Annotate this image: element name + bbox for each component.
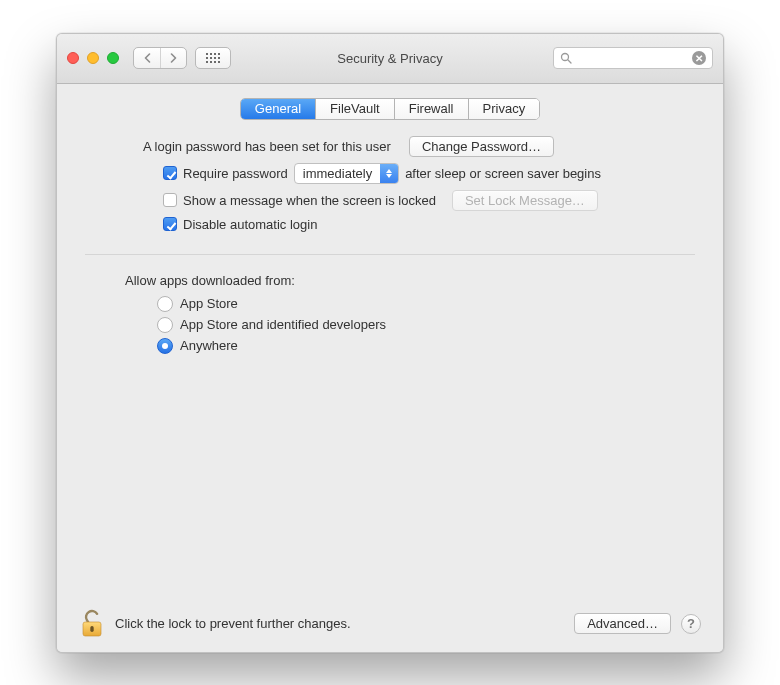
chevron-left-icon bbox=[143, 53, 152, 63]
svg-rect-3 bbox=[218, 53, 220, 55]
popup-arrows-icon bbox=[380, 164, 398, 183]
radio-label: App Store and identified developers bbox=[180, 317, 386, 332]
tab-firewall[interactable]: Firewall bbox=[394, 99, 468, 119]
svg-rect-5 bbox=[210, 57, 212, 59]
help-button[interactable]: ? bbox=[681, 614, 701, 634]
require-password-label-after: after sleep or screen saver begins bbox=[405, 166, 601, 181]
tab-privacy[interactable]: Privacy bbox=[468, 99, 540, 119]
close-window-button[interactable] bbox=[67, 52, 79, 64]
chevron-right-icon bbox=[169, 53, 178, 63]
show-message-checkbox[interactable] bbox=[163, 193, 177, 207]
svg-point-12 bbox=[562, 54, 569, 61]
allow-apps-option-app-store[interactable]: App Store bbox=[157, 296, 695, 312]
svg-rect-2 bbox=[214, 53, 216, 55]
set-lock-message-button: Set Lock Message… bbox=[452, 190, 598, 211]
allow-apps-option-anywhere[interactable]: Anywhere bbox=[157, 338, 695, 354]
require-password-delay-value: immediately bbox=[295, 164, 380, 183]
change-password-button[interactable]: Change Password… bbox=[409, 136, 554, 157]
footer-actions: Advanced… ? bbox=[574, 613, 701, 634]
tab-filevault[interactable]: FileVault bbox=[315, 99, 394, 119]
search-input[interactable]: ✕ bbox=[553, 47, 713, 69]
nav-back-forward bbox=[133, 47, 187, 69]
allow-apps-title: Allow apps downloaded from: bbox=[125, 273, 695, 288]
nav-forward-button[interactable] bbox=[160, 48, 186, 68]
disable-auto-login-checkbox[interactable] bbox=[163, 217, 177, 231]
svg-line-13 bbox=[568, 60, 571, 63]
require-password-checkbox[interactable] bbox=[163, 166, 177, 180]
require-password-row: Require password immediately after sleep… bbox=[163, 163, 695, 184]
minimize-window-button[interactable] bbox=[87, 52, 99, 64]
footer: Click the lock to prevent further change… bbox=[57, 596, 723, 652]
toolbar: Security & Privacy ✕ bbox=[57, 34, 723, 84]
security-privacy-window: Security & Privacy ✕ General FileVault F… bbox=[56, 33, 724, 653]
general-pane: A login password has been set for this u… bbox=[57, 132, 723, 596]
search-icon bbox=[560, 52, 572, 64]
svg-rect-8 bbox=[206, 61, 208, 63]
svg-rect-0 bbox=[206, 53, 208, 55]
window-controls bbox=[67, 52, 119, 64]
tab-general[interactable]: General bbox=[241, 99, 315, 119]
svg-rect-15 bbox=[90, 626, 93, 632]
tab-bar: General FileVault Firewall Privacy bbox=[57, 84, 723, 132]
allow-apps-radio-group: App Store App Store and identified devel… bbox=[157, 296, 695, 354]
clear-search-button[interactable]: ✕ bbox=[692, 51, 706, 65]
radio-label: Anywhere bbox=[180, 338, 238, 353]
login-password-text: A login password has been set for this u… bbox=[143, 139, 391, 154]
show-message-row: Show a message when the screen is locked… bbox=[163, 190, 695, 211]
svg-rect-10 bbox=[214, 61, 216, 63]
svg-rect-9 bbox=[210, 61, 212, 63]
radio-button[interactable] bbox=[157, 317, 173, 333]
svg-rect-7 bbox=[218, 57, 220, 59]
svg-rect-1 bbox=[210, 53, 212, 55]
zoom-window-button[interactable] bbox=[107, 52, 119, 64]
radio-label: App Store bbox=[180, 296, 238, 311]
require-password-label-before: Require password bbox=[183, 166, 288, 181]
lock-help-text: Click the lock to prevent further change… bbox=[115, 616, 351, 631]
advanced-button[interactable]: Advanced… bbox=[574, 613, 671, 634]
radio-button[interactable] bbox=[157, 296, 173, 312]
login-password-row: A login password has been set for this u… bbox=[143, 136, 695, 157]
divider bbox=[85, 254, 695, 255]
disable-auto-login-row: Disable automatic login bbox=[163, 217, 695, 232]
show-all-button[interactable] bbox=[195, 47, 231, 69]
disable-auto-login-label: Disable automatic login bbox=[183, 217, 317, 232]
show-message-label: Show a message when the screen is locked bbox=[183, 193, 436, 208]
svg-rect-6 bbox=[214, 57, 216, 59]
nav-back-button[interactable] bbox=[134, 48, 160, 68]
tab-segmented-control: General FileVault Firewall Privacy bbox=[240, 98, 540, 120]
radio-button[interactable] bbox=[157, 338, 173, 354]
require-password-delay-popup[interactable]: immediately bbox=[294, 163, 399, 184]
svg-rect-4 bbox=[206, 57, 208, 59]
grid-icon bbox=[206, 53, 220, 63]
lock-icon[interactable] bbox=[79, 609, 105, 639]
svg-rect-11 bbox=[218, 61, 220, 63]
allow-apps-option-identified[interactable]: App Store and identified developers bbox=[157, 317, 695, 333]
